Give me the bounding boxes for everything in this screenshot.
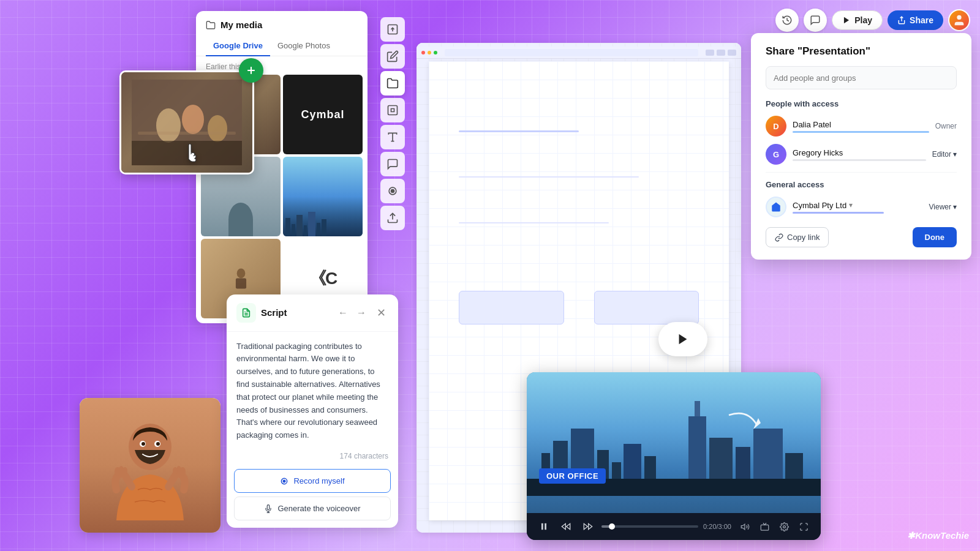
svg-point-51 [783,525,785,528]
share-person-bar-gregory [793,159,926,161]
share-person-name-gregory: Gregory Hicks [793,148,926,157]
history-button[interactable] [775,9,799,32]
video-time: 0:20/3:00 [703,523,731,530]
svg-marker-46 [567,523,570,529]
sidebar-edit-tool[interactable] [380,44,405,69]
play-label: Play [854,15,872,25]
comment-button[interactable] [804,9,827,32]
video-city-bg: OUR OFFICE [527,372,821,513]
video-fullscreen-button[interactable] [795,518,812,535]
tab-google-drive[interactable]: Google Drive [206,36,270,56]
media-thumb-4[interactable] [283,157,363,236]
script-nav: ← → [336,305,369,320]
svg-point-17 [182,105,204,134]
svg-rect-44 [545,523,546,530]
script-body: Traditional packaging contributes to env… [227,332,398,447]
svg-rect-43 [541,523,543,530]
video-label: OUR OFFICE [539,468,606,484]
sidebar-record-tool[interactable] [380,179,405,203]
sidebar-transform-tool[interactable] [380,98,405,122]
record-myself-button[interactable]: Record myself [234,469,391,493]
play-button[interactable]: Play [832,10,883,30]
copy-link-button[interactable]: Copy link [766,227,829,247]
svg-marker-41 [679,334,687,345]
svg-point-2 [957,15,961,20]
person-silhouette [80,398,221,533]
svg-point-34 [173,467,178,474]
share-person-gregory: G Gregory Hicks Editor ▾ [766,144,957,165]
share-dialog: Share "Presentation" People with access … [751,33,971,260]
generate-voiceover-label: Generate the voiceover [277,504,360,513]
sidebar-text-tool[interactable] [380,125,405,149]
share-person-dalia: D Dalia Patel Owner [766,116,957,137]
share-dialog-title: Share "Presentation" [766,45,957,58]
share-org-name[interactable]: Cymbal Pty Ltd ▾ [793,201,923,210]
svg-rect-50 [761,525,769,530]
sidebar-upload-tool[interactable] [380,17,405,42]
svg-marker-45 [562,523,565,529]
video-rewind-button[interactable] [557,518,575,535]
media-thumb-2[interactable]: Cymbal [283,75,363,154]
svg-marker-0 [844,17,849,24]
svg-rect-19 [132,141,242,165]
video-thumbnail: OUR OFFICE [527,372,821,513]
share-divider [766,172,957,173]
progress-dot [609,523,615,530]
share-role-dalia: Owner [935,122,957,130]
share-email-input[interactable] [766,66,957,89]
knowtechie-logo: ✱KnowTechie [907,530,969,541]
share-viewer-dropdown[interactable]: Viewer ▾ [929,203,957,211]
user-avatar[interactable] [948,9,970,31]
script-text: Traditional packaging contributes to env… [236,340,388,442]
share-actions: Copy link Done [766,227,957,247]
svg-point-18 [208,115,227,142]
script-actions: Record myself Generate the voiceover [227,465,398,528]
media-panel-title: My media [221,20,262,30]
share-avatar-dalia: D [766,116,786,137]
svg-rect-4 [388,106,398,115]
copy-link-label: Copy link [787,233,820,242]
generate-voiceover-button[interactable]: Generate the voiceover [234,497,391,520]
top-toolbar: Play Share [775,9,970,32]
video-settings-button[interactable] [775,518,793,535]
video-quality-button[interactable] [756,518,773,535]
svg-rect-14 [235,278,246,288]
done-button[interactable]: Done [913,227,957,247]
person-video [80,398,221,533]
script-next-button[interactable]: → [354,305,369,320]
video-controls: 0:20/3:00 [527,513,821,540]
add-to-slide-button[interactable] [239,58,263,83]
tab-google-photos[interactable]: Google Photos [270,36,337,56]
floating-play-button[interactable] [658,322,707,356]
share-person-info-dalia: Dalia Patel [793,120,929,133]
share-role-dropdown-gregory[interactable]: Editor ▾ [932,150,957,159]
record-myself-label: Record myself [293,476,344,485]
share-button[interactable]: Share [888,10,943,30]
svg-rect-20 [138,132,236,135]
sidebar-folder-tool[interactable] [380,71,405,96]
script-prev-button[interactable]: ← [336,305,350,320]
sidebar-export-tool[interactable] [380,206,405,230]
svg-point-27 [141,442,145,446]
share-person-name-dalia: Dalia Patel [793,120,929,129]
media-panel-header: My media [196,11,368,30]
sidebar-comment-tool[interactable] [380,152,405,176]
svg-point-31 [123,467,127,474]
script-header: Script ← → ✕ [227,294,398,332]
progress-bar[interactable] [601,525,698,528]
svg-point-28 [156,442,160,446]
done-label: Done [925,233,945,242]
folder-icon [206,20,216,30]
svg-point-38 [284,480,286,482]
video-forward-button[interactable] [579,518,597,535]
video-pause-button[interactable] [535,518,552,535]
script-char-count: 174 characters [227,447,398,465]
share-avatar-gregory: G [766,144,786,165]
people-with-access-label: People with access [766,99,957,108]
share-general-row: Cymbal Pty Ltd ▾ Viewer ▾ [766,197,957,217]
video-volume-button[interactable] [736,518,753,535]
video-player: OUR OFFICE 0:20/3:00 [527,372,821,540]
floating-image[interactable] [119,70,254,174]
share-person-bar-dalia [793,131,929,133]
script-close-button[interactable]: ✕ [374,305,388,320]
